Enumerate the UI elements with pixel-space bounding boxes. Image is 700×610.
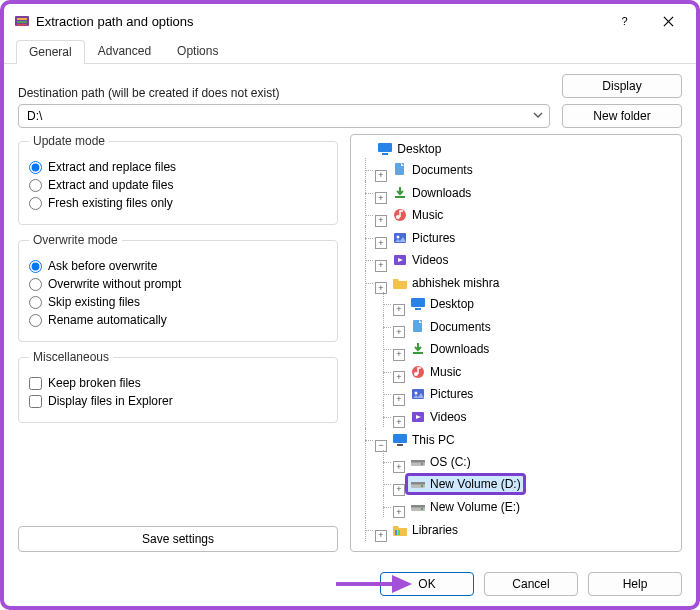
expander-icon[interactable]: + bbox=[393, 506, 405, 518]
ok-button[interactable]: OK bbox=[380, 572, 474, 596]
documents-icon bbox=[410, 319, 426, 335]
radio-ask[interactable] bbox=[29, 260, 42, 273]
tree-label: Downloads bbox=[412, 186, 471, 200]
svg-rect-5 bbox=[378, 143, 392, 152]
svg-rect-17 bbox=[413, 352, 423, 354]
expander-icon[interactable]: + bbox=[375, 170, 387, 182]
radio-extract-replace[interactable] bbox=[29, 161, 42, 174]
destination-path-combo[interactable] bbox=[18, 104, 550, 128]
tree-item-desktop[interactable]: Desktop bbox=[407, 295, 477, 313]
tree-label: New Volume (D:) bbox=[430, 477, 521, 491]
svg-rect-23 bbox=[393, 434, 407, 443]
label-keep-broken: Keep broken files bbox=[48, 376, 141, 390]
close-titlebar-button[interactable] bbox=[646, 8, 690, 34]
cancel-button[interactable]: Cancel bbox=[484, 572, 578, 596]
folder-tree-scroll[interactable]: Desktop +Documents +Downloads +Music +Pi… bbox=[357, 139, 679, 547]
tree-item-this-pc[interactable]: This PC bbox=[389, 431, 458, 449]
label-display-explorer: Display files in Explorer bbox=[48, 394, 173, 408]
expander-icon[interactable]: + bbox=[375, 260, 387, 272]
svg-rect-1 bbox=[17, 18, 27, 20]
tree-label: Desktop bbox=[397, 142, 441, 156]
expander-icon[interactable]: + bbox=[375, 530, 387, 542]
tree-label: abhishek mishra bbox=[412, 276, 499, 290]
tab-options[interactable]: Options bbox=[164, 39, 231, 63]
tree-item-user-folder[interactable]: abhishek mishra bbox=[389, 274, 502, 292]
tree-item-new-volume-d[interactable]: New Volume (D:) bbox=[407, 475, 524, 493]
label-rename: Rename automatically bbox=[48, 313, 167, 327]
tree-item-music[interactable]: Music bbox=[389, 206, 446, 224]
expander-icon[interactable]: + bbox=[375, 237, 387, 249]
radio-without[interactable] bbox=[29, 278, 42, 291]
tab-general[interactable]: General bbox=[16, 40, 85, 64]
expander-icon[interactable]: + bbox=[393, 326, 405, 338]
tree-label: Desktop bbox=[430, 297, 474, 311]
new-folder-button[interactable]: New folder bbox=[562, 104, 682, 128]
tree-item-music-2[interactable]: Music bbox=[407, 363, 464, 381]
tree-item-desktop-root[interactable]: Desktop bbox=[374, 140, 444, 158]
svg-point-33 bbox=[421, 508, 423, 510]
update-mode-group: Update mode Extract and replace files Ex… bbox=[18, 134, 338, 225]
drive-icon bbox=[410, 454, 426, 470]
tree-label: Documents bbox=[412, 163, 473, 177]
tab-advanced[interactable]: Advanced bbox=[85, 39, 164, 63]
display-button[interactable]: Display bbox=[562, 74, 682, 98]
libraries-icon bbox=[392, 522, 408, 538]
radio-extract-update[interactable] bbox=[29, 179, 42, 192]
svg-text:?: ? bbox=[621, 16, 627, 27]
desktop-icon bbox=[377, 141, 393, 157]
expander-icon[interactable]: + bbox=[393, 484, 405, 496]
svg-rect-14 bbox=[411, 298, 425, 307]
help-titlebar-button[interactable]: ? bbox=[602, 8, 646, 34]
expander-icon[interactable]: − bbox=[375, 440, 387, 452]
expander-icon[interactable]: + bbox=[393, 416, 405, 428]
tree-label: Videos bbox=[412, 253, 448, 267]
label-ask: Ask before overwrite bbox=[48, 259, 157, 273]
tree-label: Downloads bbox=[430, 342, 489, 356]
tree-item-new-volume-e[interactable]: New Volume (E:) bbox=[407, 498, 523, 516]
chevron-down-icon[interactable] bbox=[531, 109, 545, 123]
expander-icon[interactable]: + bbox=[375, 215, 387, 227]
destination-path-input[interactable] bbox=[25, 108, 531, 124]
svg-point-27 bbox=[421, 463, 423, 465]
expander-icon[interactable]: + bbox=[375, 282, 387, 294]
tree-item-libraries[interactable]: Libraries bbox=[389, 521, 461, 539]
expander-icon[interactable]: + bbox=[393, 371, 405, 383]
tree-item-pictures-2[interactable]: Pictures bbox=[407, 385, 476, 403]
radio-skip[interactable] bbox=[29, 296, 42, 309]
documents-icon bbox=[392, 162, 408, 178]
tree-item-documents[interactable]: Documents bbox=[389, 161, 476, 179]
expander-icon[interactable]: + bbox=[375, 192, 387, 204]
expander-icon[interactable]: + bbox=[393, 394, 405, 406]
tree-item-downloads[interactable]: Downloads bbox=[389, 184, 474, 202]
pictures-icon bbox=[392, 230, 408, 246]
tree-item-videos[interactable]: Videos bbox=[389, 251, 451, 269]
expander-icon[interactable]: + bbox=[393, 304, 405, 316]
tree-item-videos-2[interactable]: Videos bbox=[407, 408, 469, 426]
help-button[interactable]: Help bbox=[588, 572, 682, 596]
svg-point-30 bbox=[421, 485, 423, 487]
drive-icon bbox=[410, 476, 426, 492]
svg-point-12 bbox=[397, 235, 400, 238]
drive-icon bbox=[410, 499, 426, 515]
label-without: Overwrite without prompt bbox=[48, 277, 181, 291]
tree-label: OS (C:) bbox=[430, 455, 471, 469]
music-icon bbox=[392, 207, 408, 223]
destination-path-label: Destination path (will be created if doe… bbox=[18, 86, 550, 100]
downloads-icon bbox=[392, 185, 408, 201]
radio-rename[interactable] bbox=[29, 314, 42, 327]
save-settings-button[interactable]: Save settings bbox=[18, 526, 338, 552]
tree-item-os-c[interactable]: OS (C:) bbox=[407, 453, 474, 471]
tree-item-documents-2[interactable]: Documents bbox=[407, 318, 494, 336]
label-skip: Skip existing files bbox=[48, 295, 140, 309]
tree-item-pictures[interactable]: Pictures bbox=[389, 229, 458, 247]
expander-icon[interactable]: + bbox=[393, 461, 405, 473]
radio-fresh[interactable] bbox=[29, 197, 42, 210]
check-keep-broken[interactable] bbox=[29, 377, 42, 390]
expander-icon[interactable]: + bbox=[393, 349, 405, 361]
check-display-explorer[interactable] bbox=[29, 395, 42, 408]
tree-item-downloads-2[interactable]: Downloads bbox=[407, 340, 492, 358]
misc-legend: Miscellaneous bbox=[29, 350, 113, 364]
svg-rect-3 bbox=[17, 24, 27, 26]
update-mode-legend: Update mode bbox=[29, 134, 109, 148]
tree-label: New Volume (E:) bbox=[430, 500, 520, 514]
